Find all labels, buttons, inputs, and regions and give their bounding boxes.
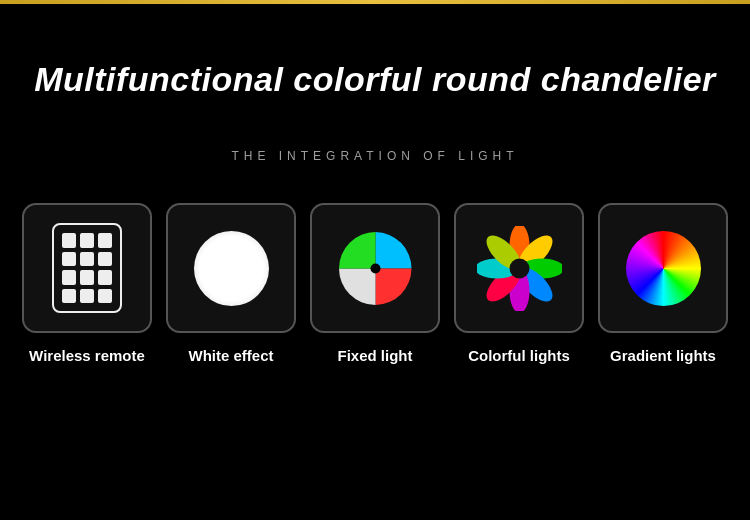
remote-btn	[62, 233, 76, 248]
gradient-lights-box	[598, 203, 728, 333]
remote-btn	[98, 289, 112, 304]
svg-point-10	[509, 258, 529, 278]
remote-btn	[98, 233, 112, 248]
top-glow-bar	[0, 0, 750, 4]
features-row: Wireless remote White effect	[22, 203, 728, 364]
colorful-lights-label: Colorful lights	[468, 347, 570, 364]
fixed-light-label: Fixed light	[338, 347, 413, 364]
white-effect-box	[166, 203, 296, 333]
white-effect-label: White effect	[188, 347, 273, 364]
gradient-lights-label: Gradient lights	[610, 347, 716, 364]
wireless-remote-box	[22, 203, 152, 333]
remote-btn	[80, 289, 94, 304]
remote-btn	[80, 252, 94, 267]
white-circle-icon	[194, 231, 269, 306]
feature-gradient-lights: Gradient lights	[598, 203, 728, 364]
remote-btn	[80, 233, 94, 248]
feature-fixed-light: Fixed light	[310, 203, 440, 364]
main-container: Multifunctional colorful round chandelie…	[0, 0, 750, 520]
svg-point-1	[370, 263, 380, 273]
color-wheel-4-icon	[338, 231, 413, 306]
remote-btn	[80, 270, 94, 285]
fixed-light-box	[310, 203, 440, 333]
remote-btn	[62, 252, 76, 267]
remote-icon	[52, 223, 122, 313]
feature-white-effect: White effect	[166, 203, 296, 364]
feature-wireless-remote: Wireless remote	[22, 203, 152, 364]
gradient-wheel-icon	[626, 231, 701, 306]
colorful-lights-box	[454, 203, 584, 333]
page-title: Multifunctional colorful round chandelie…	[34, 60, 716, 99]
remote-btn	[62, 270, 76, 285]
remote-btn	[98, 270, 112, 285]
feature-colorful-lights: Colorful lights	[454, 203, 584, 364]
colorful-flower-icon	[477, 226, 562, 311]
page-subtitle: THE INTEGRATION OF LIGHT	[231, 149, 518, 163]
wireless-remote-label: Wireless remote	[29, 347, 145, 364]
remote-btn	[62, 289, 76, 304]
remote-btn	[98, 252, 112, 267]
